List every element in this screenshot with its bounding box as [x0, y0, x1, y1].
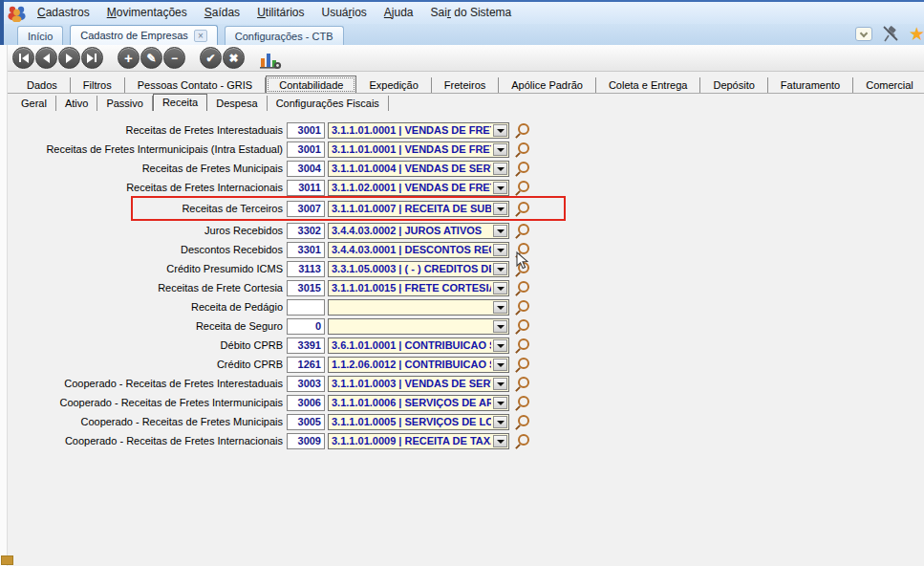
search-icon[interactable]: [515, 299, 530, 316]
dropdown-arrow-icon[interactable]: [493, 182, 507, 194]
account-code-input[interactable]: 3015: [287, 280, 325, 296]
account-select[interactable]: [328, 299, 509, 316]
dropdown-arrow-icon[interactable]: [493, 225, 507, 237]
account-select-value: 3.4.4.03.0002 | JUROS ATIVOS: [332, 224, 491, 238]
account-select-value: 3.1.1.01.0006 | SERVIÇOS DE ARMAZENAGEM: [332, 396, 491, 410]
account-code-input[interactable]: 3302: [287, 223, 325, 239]
subtab-receita[interactable]: Receita: [153, 94, 207, 111]
account-code-input[interactable]: 3011: [287, 180, 325, 196]
account-code-input[interactable]: 3009: [287, 433, 325, 449]
account-code-input[interactable]: 3113: [287, 261, 325, 277]
account-select[interactable]: 3.1.1.01.0001 | VENDAS DE FRETES INTERMU…: [328, 122, 509, 139]
form-row-receitas-de-frete-cortesia: Receitas de Frete Cortesia30153.1.1.01.0…: [0, 280, 924, 296]
dropdown-arrow-icon[interactable]: [493, 378, 507, 390]
dropdown-arrow-icon[interactable]: [493, 435, 507, 447]
search-icon[interactable]: [515, 357, 530, 373]
account-select-value: 3.1.1.01.0001 | VENDAS DE FRETES INTERMU…: [332, 123, 491, 138]
field-label: Débito CPRB: [0, 337, 283, 354]
account-code-input[interactable]: 3004: [287, 161, 325, 177]
account-select[interactable]: 3.1.1.01.0015 | FRETE CORTESIA: [328, 280, 509, 296]
search-icon[interactable]: [515, 223, 530, 239]
account-select[interactable]: 3.3.1.05.0003 | ( - ) CREDITOS DE ICMS: [328, 261, 509, 277]
dropdown-arrow-icon[interactable]: [493, 163, 507, 175]
form-row-receitas-de-terceiros: Receitas de Terceiros30073.1.1.01.0007 |…: [0, 201, 924, 217]
search-icon[interactable]: [515, 122, 530, 139]
dropdown-arrow-icon[interactable]: [493, 397, 507, 409]
field-label: Receitas de Frete Cortesia: [0, 280, 283, 296]
account-select-value: 3.3.1.05.0003 | ( - ) CREDITOS DE ICMS: [332, 262, 491, 276]
field-label: Crédito CPRB: [0, 357, 283, 373]
account-select-value: 3.1.1.01.0003 | VENDAS DE SERVIÇOS A VIS…: [332, 377, 491, 391]
dropdown-arrow-icon[interactable]: [493, 203, 507, 215]
account-select[interactable]: 3.1.1.01.0007 | RECEITA DE SUBCONTRATAÇA…: [328, 201, 509, 217]
account-select-value: 3.4.4.03.0001 | DESCONTOS RECEBIDOS: [332, 243, 491, 257]
window-left-edge: [0, 0, 4, 45]
search-icon[interactable]: [515, 337, 530, 354]
dropdown-arrow-icon[interactable]: [493, 339, 507, 352]
field-label: Cooperado - Receitas de Fretes Internaci…: [0, 433, 283, 449]
account-code-input[interactable]: 3001: [287, 122, 325, 139]
dropdown-arrow-icon[interactable]: [493, 143, 507, 156]
account-select[interactable]: [328, 318, 509, 335]
account-code-input[interactable]: 3005: [287, 414, 325, 430]
field-label: Cooperado - Receitas de Fretes Intermuni…: [0, 395, 283, 411]
account-code-input[interactable]: 1261: [287, 357, 325, 373]
field-label: Receitas de Fretes Interestaduais: [0, 122, 283, 139]
field-label: Receita de Seguro: [0, 318, 283, 335]
account-code-input[interactable]: 3003: [287, 376, 325, 392]
search-icon[interactable]: [515, 161, 530, 177]
account-select[interactable]: 1.1.2.06.0012 | CONTRIBUICAO SINDICAL A …: [328, 357, 509, 373]
search-icon[interactable]: [515, 414, 530, 430]
account-select[interactable]: 3.1.1.01.0005 | SERVIÇOS DE LOGISTICA: [328, 414, 509, 430]
account-select-value: [332, 300, 491, 315]
field-label: Receitas de Fretes Intermunicipais (Intr…: [0, 142, 283, 158]
search-icon[interactable]: [515, 201, 530, 217]
account-select[interactable]: 3.1.1.01.0009 | RECEITA DE TAXAS - CTe: [328, 433, 509, 449]
search-icon[interactable]: [515, 180, 530, 196]
app-window: CadastrosMovimentaçõesSaídasUtilitáriosU…: [0, 0, 924, 566]
account-select[interactable]: 3.4.4.03.0002 | JUROS ATIVOS: [328, 223, 509, 239]
account-select-value: 1.1.2.06.0012 | CONTRIBUICAO SINDICAL A …: [332, 358, 491, 372]
search-icon[interactable]: [515, 433, 530, 449]
search-icon[interactable]: [515, 376, 530, 392]
account-code-input[interactable]: 3006: [287, 395, 325, 411]
form-row-receita-de-seguro: Receita de Seguro0: [0, 318, 924, 335]
search-icon[interactable]: [515, 280, 530, 296]
account-code-input[interactable]: 3001: [287, 142, 325, 158]
account-select-value: 3.1.1.01.0001 | VENDAS DE FRETES INTERMU…: [332, 142, 491, 157]
account-select-value: 3.6.1.01.0001 | CONTRIBUICAO SOCIAL LUCR…: [332, 338, 491, 353]
dropdown-arrow-icon[interactable]: [493, 263, 507, 275]
account-code-input[interactable]: 0: [287, 318, 325, 335]
receita-form: Receitas de Fretes Interestaduais30013.1…: [0, 0, 924, 566]
field-label: Receitas de Fretes Municipais: [0, 161, 283, 177]
form-row-receita-de-pedagio: Receita de Pedágio: [0, 299, 924, 316]
account-select-value: 3.1.1.01.0007 | RECEITA DE SUBCONTRATAÇA…: [332, 202, 491, 216]
account-select[interactable]: 3.1.1.01.0001 | VENDAS DE FRETES INTERMU…: [328, 142, 509, 158]
dropdown-arrow-icon[interactable]: [493, 244, 507, 256]
dropdown-arrow-icon[interactable]: [493, 359, 507, 371]
account-select-value: 3.1.1.01.0015 | FRETE CORTESIA: [332, 281, 491, 295]
account-code-input[interactable]: 3391: [287, 337, 325, 354]
dropdown-arrow-icon[interactable]: [493, 124, 507, 137]
form-row-debito-cprb: Débito CPRB33913.6.1.01.0001 | CONTRIBUI…: [0, 337, 924, 354]
account-select-value: 3.1.1.01.0005 | SERVIÇOS DE LOGISTICA: [332, 415, 491, 429]
account-select[interactable]: 3.4.4.03.0001 | DESCONTOS RECEBIDOS: [328, 242, 509, 258]
search-icon[interactable]: [515, 395, 530, 411]
dropdown-arrow-icon[interactable]: [493, 416, 507, 428]
account-code-input[interactable]: [287, 299, 325, 316]
account-select[interactable]: 3.1.1.01.0003 | VENDAS DE SERVIÇOS A VIS…: [328, 376, 509, 392]
dropdown-arrow-icon[interactable]: [493, 301, 507, 314]
search-icon[interactable]: [515, 318, 530, 335]
search-icon[interactable]: [515, 142, 530, 158]
tab-contabilidade[interactable]: Contabilidade: [266, 76, 356, 94]
account-select[interactable]: 3.6.1.01.0001 | CONTRIBUICAO SOCIAL LUCR…: [328, 337, 509, 354]
dropdown-arrow-icon[interactable]: [493, 282, 507, 294]
account-select[interactable]: 3.1.1.01.0006 | SERVIÇOS DE ARMAZENAGEM: [328, 395, 509, 411]
account-code-input[interactable]: 3301: [287, 242, 325, 258]
form-row-receitas-de-fretes-internacionais: Receitas de Fretes Internacionais30113.1…: [0, 180, 924, 196]
dropdown-arrow-icon[interactable]: [493, 320, 507, 333]
account-select-value: 3.1.1.02.0001 | VENDAS DE FRETES A VISTA: [332, 181, 491, 195]
account-select[interactable]: 3.1.1.01.0004 | VENDAS DE SERVICOS FRETE…: [328, 161, 509, 177]
account-code-input[interactable]: 3007: [287, 201, 325, 217]
account-select[interactable]: 3.1.1.02.0001 | VENDAS DE FRETES A VISTA: [328, 180, 509, 196]
